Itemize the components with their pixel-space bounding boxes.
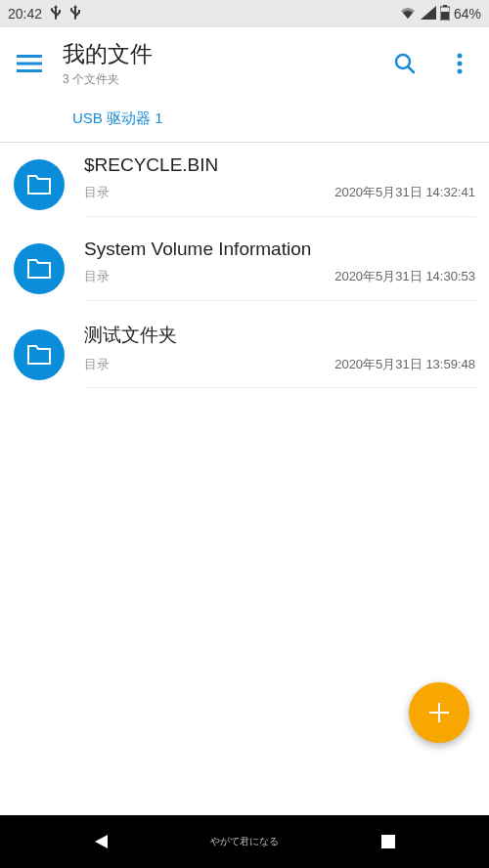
usb-icon-2 <box>69 5 81 23</box>
status-time: 20:42 <box>8 6 42 22</box>
status-bar: 20:42 64% <box>0 0 489 27</box>
title-block: 我的文件 3 个文件夹 <box>63 39 372 88</box>
usb-icon <box>50 5 62 23</box>
signal-icon <box>421 6 436 22</box>
navigation-bar: やがて君になる <box>0 815 489 868</box>
list-item[interactable]: System Volume Information 目录 2020年5月31日 … <box>0 227 489 311</box>
battery-icon <box>440 5 450 23</box>
folder-icon <box>14 329 65 380</box>
file-name: $RECYCLE.BIN <box>84 154 475 176</box>
battery-percent: 64% <box>454 6 481 22</box>
svg-line-7 <box>408 66 414 72</box>
folder-icon <box>14 243 65 294</box>
svg-rect-13 <box>381 835 395 848</box>
file-name: System Volume Information <box>84 239 475 260</box>
nav-home-text: やがて君になる <box>210 835 279 848</box>
nav-home-button[interactable]: やがて君になる <box>210 820 279 863</box>
status-right: 64% <box>399 5 481 23</box>
nav-recent-button[interactable] <box>354 820 422 863</box>
menu-button[interactable] <box>8 42 51 85</box>
nav-back-button[interactable] <box>67 820 135 863</box>
svg-point-10 <box>458 69 463 74</box>
file-date: 2020年5月31日 13:59:48 <box>334 356 475 373</box>
page-subtitle: 3 个文件夹 <box>63 71 372 88</box>
svg-rect-5 <box>17 69 42 72</box>
folder-icon <box>14 159 65 210</box>
triangle-back-icon <box>92 833 110 850</box>
file-date: 2020年5月31日 14:30:53 <box>334 268 475 285</box>
svg-rect-3 <box>17 55 42 58</box>
hamburger-icon <box>17 54 42 73</box>
plus-icon <box>426 700 452 725</box>
list-item[interactable]: 测试文件夹 目录 2020年5月31日 13:59:48 <box>0 311 489 398</box>
svg-rect-4 <box>17 63 42 65</box>
search-button[interactable] <box>383 42 426 85</box>
search-icon <box>393 52 417 75</box>
svg-point-9 <box>458 62 463 66</box>
file-type: 目录 <box>84 356 110 373</box>
breadcrumb-item[interactable]: USB 驱动器 1 <box>72 109 163 126</box>
square-icon <box>380 834 396 849</box>
breadcrumb: USB 驱动器 1 <box>0 92 489 142</box>
add-fab[interactable] <box>409 682 469 743</box>
list-item[interactable]: $RECYCLE.BIN 目录 2020年5月31日 14:32:41 <box>0 143 489 227</box>
svg-point-8 <box>458 54 463 59</box>
file-type: 目录 <box>84 268 110 285</box>
wifi-icon <box>399 6 417 22</box>
more-vertical-icon <box>457 53 463 74</box>
file-date: 2020年5月31日 14:32:41 <box>334 184 475 201</box>
more-button[interactable] <box>438 42 481 85</box>
app-header: 我的文件 3 个文件夹 <box>0 27 489 92</box>
status-left: 20:42 <box>8 5 81 23</box>
file-name: 测试文件夹 <box>84 323 475 348</box>
svg-rect-2 <box>441 12 449 20</box>
page-title: 我的文件 <box>63 39 372 69</box>
file-type: 目录 <box>84 184 110 201</box>
